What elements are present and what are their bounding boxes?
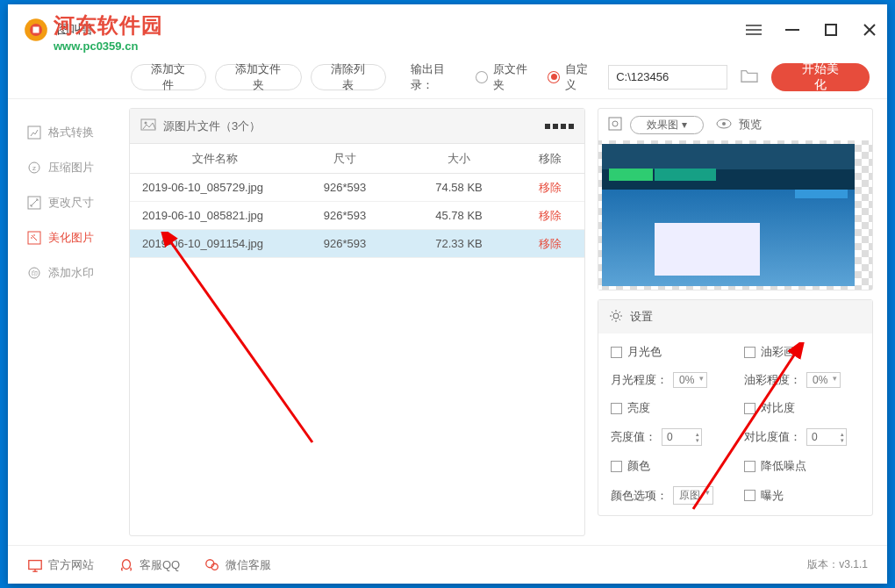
contrast-checkbox[interactable]: 对比度 bbox=[744, 400, 860, 416]
oilpaint-checkbox[interactable]: 油彩画 bbox=[744, 344, 860, 360]
maximize-icon[interactable] bbox=[820, 19, 841, 40]
remove-link[interactable]: 移除 bbox=[539, 209, 562, 222]
clear-list-button[interactable]: 清除列表 bbox=[311, 64, 386, 90]
eye-icon bbox=[716, 118, 732, 132]
table-row[interactable]: 2019-06-10_085821.jpg 926*593 45.78 KB 移… bbox=[130, 202, 584, 230]
contrast-stepper[interactable]: 0 bbox=[806, 428, 847, 446]
format-icon bbox=[27, 125, 41, 140]
denoise-checkbox[interactable]: 降低噪点 bbox=[744, 458, 860, 474]
brightness-val-label: 亮度值： bbox=[611, 429, 656, 445]
beautify-icon bbox=[27, 231, 41, 245]
add-file-button[interactable]: 添加文件 bbox=[131, 64, 206, 90]
watermark-icon: 印 bbox=[27, 266, 41, 280]
qq-support-link[interactable]: 客服QQ bbox=[118, 557, 180, 573]
svg-point-21 bbox=[612, 121, 618, 126]
start-beautify-button[interactable]: 开始美化 bbox=[771, 63, 870, 91]
target-icon bbox=[607, 116, 623, 134]
grid-view-icon[interactable] bbox=[545, 124, 574, 129]
gear-icon bbox=[609, 309, 623, 326]
radio-custom-folder[interactable]: 自定义 bbox=[548, 61, 599, 93]
image-icon bbox=[140, 118, 156, 133]
version-label: 版本：v3.1.1 bbox=[807, 557, 868, 572]
app-logo-icon bbox=[24, 18, 48, 42]
moonlight-degree-select[interactable]: 0% bbox=[673, 372, 707, 388]
sidebar-item-compress[interactable]: z压缩图片 bbox=[8, 150, 120, 185]
compress-icon: z bbox=[27, 161, 41, 175]
remove-link[interactable]: 移除 bbox=[539, 237, 562, 250]
sidebar-item-resize[interactable]: 更改尺寸 bbox=[8, 185, 120, 220]
chevron-down-icon: ▾ bbox=[682, 118, 687, 131]
oilpaint-degree-select[interactable]: 0% bbox=[806, 372, 841, 388]
table-row[interactable]: 2019-06-10_091154.jpg 926*593 72.33 KB 移… bbox=[130, 230, 584, 258]
table-row[interactable]: 2019-06-10_085729.jpg 926*593 74.58 KB 移… bbox=[130, 174, 584, 202]
svg-text:z: z bbox=[32, 164, 36, 172]
remove-link[interactable]: 移除 bbox=[539, 181, 562, 194]
resize-icon bbox=[27, 196, 41, 210]
app-title: 图叫兽 bbox=[57, 22, 94, 38]
brightness-stepper[interactable]: 0 bbox=[662, 428, 702, 446]
toolbar: 添加文件 添加文件夹 清除列表 输出目录： 原文件夹 自定义 开始美化 bbox=[8, 55, 887, 99]
radio-source-folder[interactable]: 原文件夹 bbox=[476, 61, 539, 93]
menu-icon[interactable] bbox=[743, 19, 764, 40]
sidebar-item-label: 添加水印 bbox=[48, 265, 94, 281]
close-icon[interactable] bbox=[859, 19, 880, 40]
minimize-icon[interactable] bbox=[782, 19, 803, 40]
output-path-input[interactable] bbox=[608, 65, 727, 90]
svg-point-29 bbox=[123, 559, 131, 569]
browse-folder-icon[interactable] bbox=[740, 68, 759, 87]
svg-point-24 bbox=[613, 313, 619, 319]
settings-title: 设置 bbox=[630, 309, 653, 325]
moonlight-checkbox[interactable]: 月光色 bbox=[611, 344, 727, 360]
moonlight-degree-label: 月光程度： bbox=[611, 372, 668, 388]
official-site-link[interactable]: 官方网站 bbox=[27, 557, 94, 573]
app-window: 图叫兽 河东软件园 www.pc0359.cn 添加文件 添加文件夹 清除列表 … bbox=[8, 4, 887, 584]
svg-rect-20 bbox=[609, 118, 621, 130]
add-folder-button[interactable]: 添加文件夹 bbox=[215, 64, 302, 90]
svg-point-23 bbox=[722, 122, 726, 125]
svg-rect-2 bbox=[33, 27, 39, 33]
svg-rect-10 bbox=[28, 126, 40, 139]
source-file-panel: 源图片文件（3个） 文件名称 尺寸 大小 移除 2019-06-10_08572… bbox=[129, 108, 585, 536]
sidebar-item-label: 更改尺寸 bbox=[48, 195, 94, 211]
preview-panel: 效果图▾ 预览 bbox=[598, 108, 873, 290]
svg-rect-7 bbox=[826, 25, 836, 35]
preview-image bbox=[598, 140, 872, 290]
panel-title: 源图片文件（3个） bbox=[163, 118, 261, 134]
table-header: 文件名称 尺寸 大小 移除 bbox=[130, 144, 584, 174]
wechat-support-link[interactable]: 微信客服 bbox=[204, 557, 271, 573]
sidebar-item-label: 美化图片 bbox=[48, 230, 94, 246]
svg-point-18 bbox=[145, 122, 147, 125]
sidebar-item-label: 格式转换 bbox=[48, 125, 94, 140]
titlebar: 图叫兽 河东软件园 www.pc0359.cn bbox=[8, 4, 887, 55]
annotation-arrow-icon bbox=[154, 232, 330, 451]
output-label: 输出目录： bbox=[411, 61, 468, 93]
brightness-checkbox[interactable]: 亮度 bbox=[611, 400, 727, 416]
sidebar-item-watermark[interactable]: 印添加水印 bbox=[8, 255, 120, 290]
effect-dropdown[interactable]: 效果图▾ bbox=[630, 116, 704, 134]
contrast-val-label: 对比度值： bbox=[744, 429, 801, 445]
color-checkbox[interactable]: 颜色 bbox=[611, 458, 727, 474]
svg-line-19 bbox=[168, 239, 312, 442]
sidebar-item-beautify[interactable]: 美化图片 bbox=[8, 220, 120, 255]
svg-rect-26 bbox=[29, 560, 41, 569]
sidebar-item-label: 压缩图片 bbox=[48, 160, 94, 176]
color-opt-label: 颜色选项： bbox=[611, 488, 668, 504]
preview-label: 预览 bbox=[739, 117, 762, 133]
sidebar: 格式转换 z压缩图片 更改尺寸 美化图片 印添加水印 bbox=[8, 99, 120, 545]
settings-panel: 设置 月光色 油彩画 月光程度：0% 油彩程度：0% 亮度 对比度 亮度值：0 … bbox=[598, 299, 873, 516]
sidebar-item-format[interactable]: 格式转换 bbox=[8, 115, 120, 150]
footer: 官方网站 客服QQ 微信客服 版本：v3.1.1 bbox=[8, 545, 887, 584]
svg-text:印: 印 bbox=[32, 270, 38, 276]
color-opt-select[interactable]: 原图 bbox=[673, 486, 713, 505]
oilpaint-degree-label: 油彩程度： bbox=[744, 372, 801, 388]
exposure-checkbox[interactable]: 曝光 bbox=[744, 486, 860, 505]
